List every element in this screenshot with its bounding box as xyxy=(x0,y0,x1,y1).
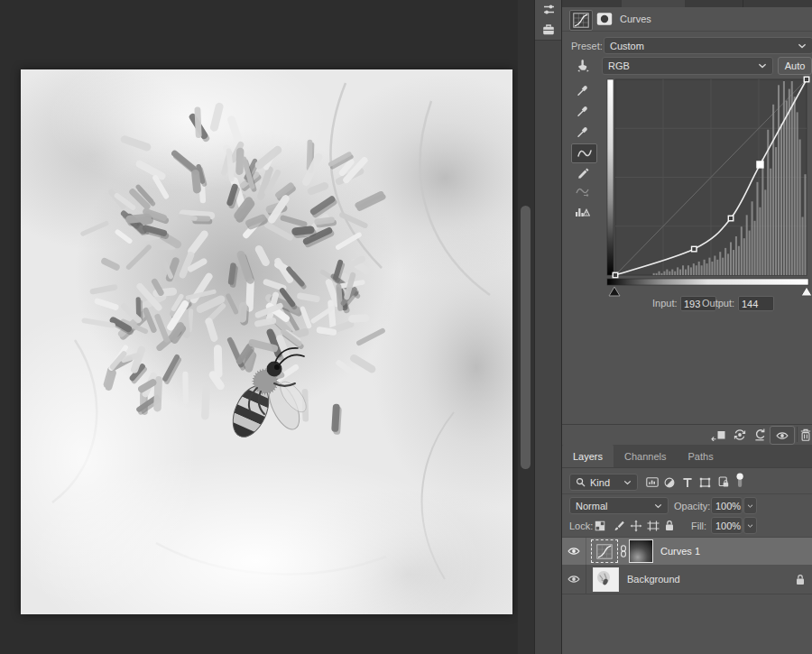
properties-icon[interactable] xyxy=(542,4,556,15)
output-value-field[interactable] xyxy=(738,296,774,311)
curve-point xyxy=(728,216,734,221)
curves-grid-icon xyxy=(596,544,613,559)
lock-artboard-icon[interactable] xyxy=(647,520,660,531)
blend-mode-value: Normal xyxy=(576,501,607,511)
fill-value-box[interactable]: 100% xyxy=(711,517,743,534)
link-mask-icon[interactable] xyxy=(620,545,627,557)
fill-label: Fill: xyxy=(691,520,706,531)
panel-title: Curves xyxy=(620,14,651,24)
mask-icon[interactable] xyxy=(596,12,613,26)
layer-row-background[interactable]: Background xyxy=(562,565,812,594)
shadow-input-slider[interactable] xyxy=(609,287,620,296)
preset-label: Preset: xyxy=(571,41,603,51)
curves-thumbnail-button[interactable] xyxy=(569,10,593,31)
opacity-chevron-button[interactable] xyxy=(743,497,757,514)
curve-point-tool-button[interactable] xyxy=(571,143,597,163)
scrollbar-thumb[interactable] xyxy=(521,206,531,469)
clip-to-layer-icon[interactable] xyxy=(711,429,725,441)
document-image-bee-on-peony[interactable] xyxy=(21,69,512,614)
search-icon xyxy=(576,477,586,487)
pencil-tool-icon[interactable] xyxy=(577,166,589,179)
filter-toggle-icon[interactable] xyxy=(735,473,744,488)
curves-graph[interactable] xyxy=(602,76,812,299)
opacity-value: 100% xyxy=(715,501,741,511)
fill-value: 100% xyxy=(715,520,741,531)
visibility-toggle-button[interactable] xyxy=(770,426,795,445)
auto-button[interactable]: Auto xyxy=(778,57,812,75)
layers-panel: Layers Channels Paths Kind Normal xyxy=(562,445,812,654)
input-gradient-bar xyxy=(607,279,808,285)
reset-icon[interactable] xyxy=(753,428,766,441)
kind-value: Kind xyxy=(590,477,610,488)
layer-visibility-cell[interactable] xyxy=(562,565,586,594)
delete-icon[interactable] xyxy=(800,428,811,441)
lock-pixels-icon[interactable] xyxy=(613,520,624,532)
filter-adjustment-icon[interactable] xyxy=(664,477,675,488)
blend-mode-dropdown[interactable]: Normal xyxy=(569,497,669,514)
channel-dropdown[interactable]: RGB xyxy=(602,57,773,75)
curve-point xyxy=(613,272,618,278)
filter-smartobject-icon[interactable] xyxy=(718,476,729,488)
libraries-icon[interactable] xyxy=(542,23,555,35)
clipping-warning-icon[interactable] xyxy=(575,206,590,217)
preset-dropdown[interactable]: Custom xyxy=(604,37,812,54)
input-label: Input: xyxy=(652,298,678,309)
filter-pixel-icon[interactable] xyxy=(646,477,659,487)
lock-all-icon[interactable] xyxy=(665,520,674,531)
layer-name[interactable]: Background xyxy=(627,574,680,585)
layer-name[interactable]: Curves 1 xyxy=(660,546,700,557)
output-gradient-bar xyxy=(607,79,614,275)
curve-point xyxy=(804,77,809,82)
layer-row-curves-1[interactable]: Curves 1 xyxy=(562,538,812,565)
lock-position-icon[interactable] xyxy=(630,520,642,532)
visibility-eye-icon[interactable] xyxy=(567,575,580,584)
curve-point-selected xyxy=(757,161,763,168)
filter-type-icon[interactable] xyxy=(682,477,693,488)
tab-channels[interactable]: Channels xyxy=(614,445,677,467)
right-panel-column: Curves Preset: Custom RGB Auto xyxy=(561,0,812,654)
output-label: Output: xyxy=(702,298,734,309)
properties-header: Curves xyxy=(562,7,812,32)
highlight-input-slider[interactable] xyxy=(801,287,812,296)
visibility-eye-icon xyxy=(776,431,789,440)
canvas-area[interactable] xyxy=(0,0,516,654)
smooth-curve-icon[interactable] xyxy=(576,186,590,197)
chevron-down-icon xyxy=(758,63,767,69)
black-point-eyedropper-icon[interactable] xyxy=(577,84,589,97)
curve-point xyxy=(692,246,697,252)
panel-group-top-strip xyxy=(562,0,812,7)
chevron-down-icon xyxy=(623,480,632,485)
lock-transparency-icon[interactable] xyxy=(595,520,605,531)
tab-layers[interactable]: Layers xyxy=(562,445,614,467)
channel-value: RGB xyxy=(608,60,630,71)
canvas-vertical-scrollbar[interactable] xyxy=(518,0,534,654)
curves-grid-icon xyxy=(573,13,589,28)
collapsed-panel-dock xyxy=(534,0,561,654)
layers-tabbar: Layers Channels Paths xyxy=(562,445,812,468)
opacity-value-box[interactable]: 100% xyxy=(711,497,743,514)
gray-point-eyedropper-icon[interactable] xyxy=(577,105,589,117)
filter-shape-icon[interactable] xyxy=(699,477,711,488)
visibility-eye-icon[interactable] xyxy=(567,547,580,556)
properties-footer xyxy=(562,424,812,446)
layer-locked-icon xyxy=(796,574,805,585)
photoshop-workspace: Curves Preset: Custom RGB Auto xyxy=(0,0,812,654)
chevron-down-icon xyxy=(747,523,753,529)
tab-paths[interactable]: Paths xyxy=(678,445,724,467)
adjustment-layer-thumbnail[interactable] xyxy=(591,539,618,563)
targeted-adjustment-icon[interactable] xyxy=(577,59,590,72)
chevron-down-icon xyxy=(654,503,662,509)
opacity-label: Opacity: xyxy=(674,501,710,511)
properties-panel: Curves Preset: Custom RGB Auto xyxy=(562,7,812,445)
white-point-eyedropper-icon[interactable] xyxy=(577,125,589,138)
lock-label: Lock: xyxy=(569,520,593,531)
layer-thumbnail[interactable] xyxy=(593,567,619,592)
kind-filter-dropdown[interactable]: Kind xyxy=(569,474,638,491)
layer-mask-thumbnail[interactable] xyxy=(629,539,653,563)
chevron-down-icon xyxy=(798,43,807,49)
chevron-down-icon xyxy=(747,503,753,509)
preset-value: Custom xyxy=(610,41,644,51)
layer-visibility-cell[interactable] xyxy=(562,538,586,565)
fill-chevron-button[interactable] xyxy=(743,517,757,534)
view-previous-state-icon[interactable] xyxy=(734,428,746,441)
